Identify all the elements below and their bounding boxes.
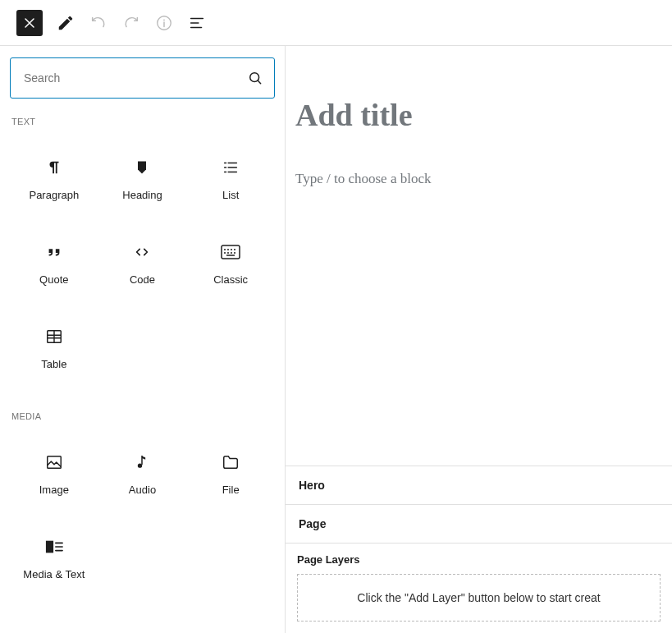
- svg-point-6: [138, 464, 142, 468]
- stack-row-hero[interactable]: Hero: [286, 466, 672, 505]
- block-label: Paragraph: [29, 189, 79, 201]
- block-label: Image: [39, 484, 69, 496]
- svg-point-1: [163, 19, 165, 21]
- quote-icon: [44, 242, 64, 262]
- block-list[interactable]: List: [186, 141, 275, 219]
- info-button[interactable]: [149, 8, 179, 38]
- heading-icon: [132, 158, 152, 177]
- file-icon: [221, 452, 240, 472]
- undo-icon: [89, 14, 107, 32]
- media-text-icon: [44, 537, 64, 557]
- search-wrap: [10, 57, 275, 99]
- close-inserter-button[interactable]: [16, 10, 43, 36]
- block-label: Heading: [122, 189, 162, 201]
- edit-mode-button[interactable]: [51, 8, 80, 38]
- pencil-icon: [57, 14, 75, 32]
- block-audio[interactable]: Audio: [98, 436, 187, 514]
- info-icon: [155, 14, 173, 32]
- editor-main: Add title Type / to choose a block Hero …: [286, 46, 672, 633]
- redo-icon: [122, 14, 140, 32]
- block-file[interactable]: File: [186, 436, 275, 514]
- layers-panel: Hero Page Page Layers Click the "Add Lay…: [286, 466, 672, 633]
- svg-rect-3: [222, 245, 240, 259]
- image-icon: [44, 452, 64, 472]
- text-block-grid: Paragraph Heading List Quote: [10, 141, 275, 388]
- outline-icon: [188, 14, 206, 32]
- block-label: Table: [41, 358, 66, 370]
- paragraph-icon: [44, 158, 64, 177]
- block-paragraph[interactable]: Paragraph: [10, 141, 98, 219]
- block-quote[interactable]: Quote: [10, 226, 98, 304]
- block-label: Media & Text: [23, 568, 85, 580]
- block-inserter-panel: TEXT Paragraph Heading List: [0, 46, 286, 633]
- block-image[interactable]: Image: [10, 436, 98, 514]
- post-title-input[interactable]: Add title: [295, 97, 662, 133]
- page-layers-dropzone[interactable]: Click the "Add Layer" button below to st…: [297, 574, 661, 622]
- search-input[interactable]: [10, 57, 275, 99]
- block-label: Code: [130, 273, 155, 286]
- page-layers-heading: Page Layers: [286, 544, 672, 574]
- main-layout: TEXT Paragraph Heading List: [0, 46, 672, 633]
- section-label-media: MEDIA: [11, 411, 273, 421]
- code-icon: [132, 242, 152, 262]
- classic-icon: [221, 242, 240, 262]
- section-label-text: TEXT: [11, 117, 273, 126]
- editor-body: Add title Type / to choose a block: [286, 46, 672, 466]
- block-label: File: [222, 484, 240, 496]
- outline-button[interactable]: [182, 8, 212, 38]
- audio-icon: [132, 452, 152, 472]
- block-table[interactable]: Table: [10, 310, 98, 388]
- block-heading[interactable]: Heading: [98, 141, 187, 219]
- block-label: Quote: [39, 273, 68, 286]
- block-classic[interactable]: Classic: [186, 226, 275, 304]
- undo-button[interactable]: [84, 8, 113, 38]
- svg-rect-7: [46, 541, 53, 553]
- stack-row-page[interactable]: Page: [286, 505, 672, 544]
- top-toolbar: [0, 0, 672, 46]
- media-block-grid: Image Audio File Media & Text: [10, 436, 275, 599]
- block-label: Audio: [129, 484, 156, 496]
- block-label: Classic: [213, 273, 248, 286]
- redo-button[interactable]: [117, 8, 146, 38]
- svg-rect-5: [48, 456, 62, 469]
- list-icon: [221, 158, 240, 177]
- close-icon: [21, 15, 38, 31]
- block-content-placeholder[interactable]: Type / to choose a block: [295, 171, 662, 187]
- block-code[interactable]: Code: [98, 226, 187, 304]
- table-icon: [44, 327, 64, 346]
- block-media-text[interactable]: Media & Text: [10, 521, 98, 599]
- block-label: List: [222, 189, 239, 201]
